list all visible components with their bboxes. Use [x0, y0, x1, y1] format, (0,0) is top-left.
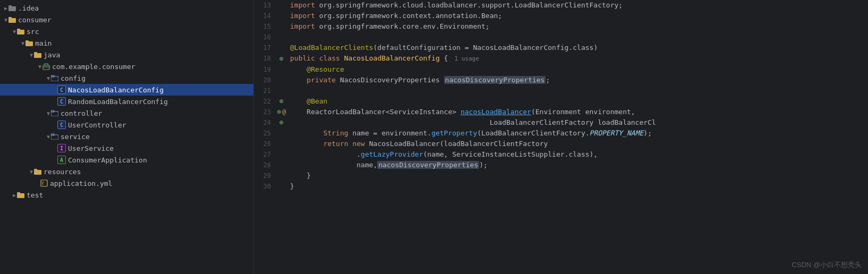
tree-item-application-yml[interactable]: Y application.yml — [0, 177, 253, 189]
tree-item-service[interactable]: ▼ service — [0, 131, 253, 142]
tree-item-java[interactable]: ▼ java — [0, 49, 253, 61]
code-line-30: 30 } — [254, 181, 868, 192]
line-number: 30 — [254, 181, 275, 192]
svg-rect-6 — [25, 41, 33, 46]
line-number: 13 — [254, 0, 275, 11]
tree-label: NacosLoadBalancerConfig — [68, 86, 164, 94]
chevron-icon: ▶ — [4, 5, 7, 11]
line-number: 17 — [254, 42, 275, 53]
tree-label: controller — [61, 109, 102, 117]
chevron-right-icon: ▶ — [13, 192, 16, 198]
svg-rect-5 — [17, 29, 20, 30]
tree-item-main[interactable]: ▼ main — [0, 37, 253, 49]
tree-label: test — [27, 191, 43, 199]
tree-item-controller[interactable]: ▼ controller — [0, 107, 253, 119]
code-line-17: 17 @LoadBalancerClients(defaultConfigura… — [254, 42, 868, 53]
code-line-14: 14 import org.springframework.context.an… — [254, 11, 868, 21]
tree-label: config — [61, 74, 86, 82]
line-content-25[interactable]: String name = environment.getProperty(Lo… — [288, 128, 868, 139]
tree-label: UserService — [68, 144, 114, 152]
code-line-24: 24 ⊕ LoadBalancerClientFactory loadBalan… — [254, 117, 868, 128]
chevron-down-icon: ▼ — [30, 52, 33, 58]
svg-text:Y: Y — [41, 182, 44, 186]
tree-label: service — [61, 133, 90, 141]
code-editor[interactable]: 13 import org.springframework.cloud.load… — [254, 0, 868, 274]
class-icon: C — [57, 97, 66, 106]
line-content-29[interactable]: } — [288, 170, 868, 181]
line-content-21[interactable] — [288, 85, 868, 96]
tree-item-resources[interactable]: ▼ resources — [0, 166, 253, 177]
bean-gutter-icon: ⊕ — [279, 117, 284, 128]
line-content-26[interactable]: return new NacosLoadBalancer(loadBalance… — [288, 139, 868, 149]
line-number: 22 — [254, 96, 275, 107]
gutter-22: ⊕ — [275, 96, 288, 107]
line-number: 23 — [254, 107, 275, 117]
gutter-28 — [275, 160, 288, 170]
bean-gutter-icon: ⊕ — [279, 54, 284, 64]
tree-label: .idea — [18, 4, 39, 12]
code-line-26: 26 return new NacosLoadBalancer(loadBala… — [254, 139, 868, 149]
tree-item-random-lb-config[interactable]: C RandomLoadBalancerConfig — [0, 96, 253, 107]
tree-item-config[interactable]: ▼ config — [0, 72, 253, 84]
line-content-18[interactable]: public class NacosLoadBalancerConfig {1 … — [288, 53, 868, 64]
line-number: 14 — [254, 11, 275, 21]
gutter-30 — [275, 181, 288, 192]
tree-item-src[interactable]: ▼ src — [0, 25, 253, 37]
code-line-28: 28 name,nacosDiscoveryProperties); — [254, 160, 868, 170]
svg-rect-9 — [34, 52, 37, 54]
gutter-13 — [275, 0, 288, 11]
line-content-19[interactable]: @Resource — [288, 64, 868, 75]
line-content-13[interactable]: import org.springframework.cloud.loadbal… — [288, 0, 868, 11]
code-line-18: 18 ⊕ public class NacosLoadBalancerConfi… — [254, 53, 868, 64]
tree-item-package[interactable]: ▼ com.example.consumer — [0, 61, 253, 72]
chevron-down-icon: ▼ — [4, 17, 7, 23]
svg-rect-10 — [43, 65, 49, 70]
line-number: 19 — [254, 64, 275, 75]
line-content-16[interactable] — [288, 32, 868, 42]
tree-item-test[interactable]: ▶ test — [0, 189, 253, 201]
tree-item-idea[interactable]: ▶ .idea — [0, 2, 253, 14]
line-content-22[interactable]: @Bean — [288, 96, 868, 107]
class-icon: C — [57, 85, 66, 94]
gutter-23: ⊕ @ — [275, 107, 288, 117]
line-number: 20 — [254, 75, 275, 85]
gutter-26 — [275, 139, 288, 149]
line-content-27[interactable]: .getLazyProvider(name, ServiceInstanceLi… — [288, 149, 868, 160]
iface-icon: I — [57, 144, 66, 152]
line-content-24[interactable]: LoadBalancerClientFactory loadBalancerCl — [288, 117, 868, 128]
gutter-21 — [275, 85, 288, 96]
tree-label: com.example.consumer — [52, 63, 135, 71]
gutter-15 — [275, 21, 288, 32]
tree-item-consumer-app[interactable]: A ConsumerApplication — [0, 154, 253, 166]
line-content-23[interactable]: ReactorLoadBalancer<ServiceInstance> nac… — [288, 107, 868, 117]
line-content-14[interactable]: import org.springframework.context.annot… — [288, 11, 868, 21]
svg-rect-4 — [17, 30, 24, 35]
tree-item-nacos-lb-config[interactable]: C NacosLoadBalancerConfig — [0, 84, 253, 96]
tree-item-consumer[interactable]: ▼ consumer — [0, 14, 253, 25]
line-number: 27 — [254, 149, 275, 160]
code-line-16: 16 — [254, 32, 868, 42]
svg-rect-1 — [8, 5, 12, 7]
code-line-25: 25 String name = environment.getProperty… — [254, 128, 868, 139]
line-content-17[interactable]: @LoadBalancerClients(defaultConfiguratio… — [288, 42, 868, 53]
chevron-down-icon: ▼ — [30, 169, 33, 175]
code-line-29: 29 } — [254, 170, 868, 181]
tree-label: application.yml — [50, 179, 112, 187]
folder-open-icon — [25, 40, 33, 46]
line-number: 29 — [254, 170, 275, 181]
chevron-down-icon: ▼ — [13, 29, 16, 35]
line-content-30[interactable]: } — [288, 181, 868, 192]
tree-item-user-service[interactable]: I UserService — [0, 142, 253, 154]
gutter-17 — [275, 42, 288, 53]
line-content-20[interactable]: private NacosDiscoveryProperties nacosDi… — [288, 75, 868, 85]
tree-item-user-controller[interactable]: C UserController — [0, 119, 253, 131]
svg-rect-7 — [25, 40, 29, 42]
line-content-28[interactable]: name,nacosDiscoveryProperties); — [288, 160, 868, 170]
line-number: 16 — [254, 32, 275, 42]
line-content-15[interactable]: import org.springframework.core.env.Envi… — [288, 21, 868, 32]
svg-rect-0 — [8, 6, 16, 11]
folder-open-icon — [51, 75, 58, 81]
file-tree[interactable]: ▶ .idea ▼ consumer ▼ src ▼ main ▼ — [0, 0, 254, 274]
line-number: 18 — [254, 53, 275, 64]
folder-icon — [17, 192, 24, 198]
